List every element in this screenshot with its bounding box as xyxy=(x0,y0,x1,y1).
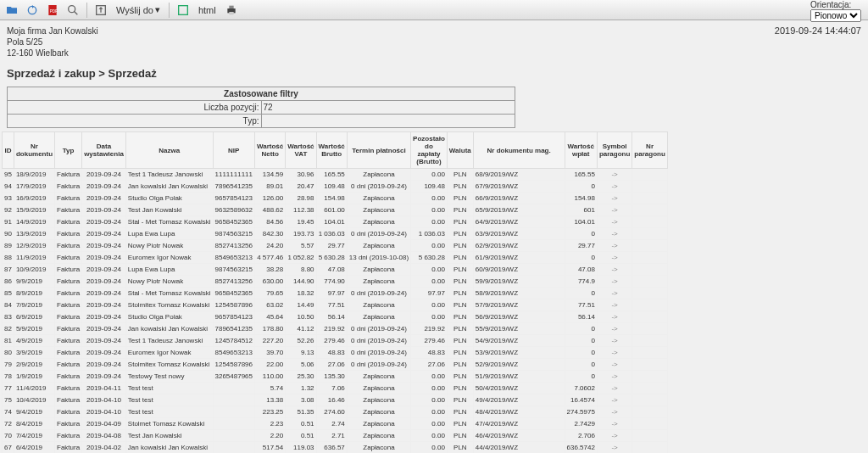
col-header[interactable]: Waluta xyxy=(447,132,473,169)
col-header[interactable]: Symbol paragonu xyxy=(597,132,632,169)
open-icon[interactable] xyxy=(3,2,20,19)
expand-arrow-icon[interactable]: -> xyxy=(597,323,632,335)
table-row[interactable]: 8710/9/2019Faktura2019-09-24Lupa Ewa Lup… xyxy=(3,264,668,276)
cell: 16.46 xyxy=(316,394,347,406)
cell: Faktura xyxy=(55,394,82,406)
col-header[interactable]: ID xyxy=(3,132,14,169)
expand-arrow-icon[interactable]: -> xyxy=(597,252,632,264)
expand-arrow-icon[interactable]: -> xyxy=(597,311,632,323)
orientation-select[interactable]: Pionowo xyxy=(810,9,861,22)
expand-arrow-icon[interactable]: -> xyxy=(597,430,632,442)
col-header[interactable]: Wartość VAT xyxy=(286,132,316,169)
expand-arrow-icon[interactable]: -> xyxy=(597,335,632,347)
table-row[interactable]: 847/9/2019Faktura2019-09-24Stolmitex Tom… xyxy=(3,299,668,311)
expand-arrow-icon[interactable]: -> xyxy=(597,442,632,454)
table-row[interactable]: 9316/9/2019Faktura2019-09-24Studio Olga … xyxy=(3,193,668,204)
table-row[interactable]: 9518/9/2019Faktura2019-09-24Test 1 Tadeu… xyxy=(3,169,668,181)
expand-arrow-icon[interactable]: -> xyxy=(597,169,632,181)
cell: 119.03 xyxy=(286,442,316,454)
expand-arrow-icon[interactable]: -> xyxy=(597,288,632,299)
table-row[interactable]: 8811/9/2019Faktura2019-09-24Euromex Igor… xyxy=(3,252,668,264)
cell: 154.98 xyxy=(316,193,347,204)
col-header[interactable]: Nazwa xyxy=(125,132,213,169)
cell: 0 xyxy=(565,252,597,264)
table-row[interactable]: 814/9/2019Faktura2019-09-24Test 1 Tadeus… xyxy=(3,335,668,347)
cell: 2019-09-24 xyxy=(82,169,126,181)
cell xyxy=(632,430,667,442)
table-row[interactable]: 825/9/2019Faktura2019-09-24Jan kowalski … xyxy=(3,323,668,335)
expand-arrow-icon[interactable]: -> xyxy=(597,264,632,276)
expand-arrow-icon[interactable]: -> xyxy=(597,181,632,193)
col-header[interactable]: Termin płatności xyxy=(347,132,410,169)
send-to-button[interactable]: Wyślij do ▾ xyxy=(113,4,164,15)
html-button[interactable]: html xyxy=(195,5,220,15)
col-header[interactable]: NIP xyxy=(213,132,255,169)
cell: 2019-09-24 xyxy=(82,347,126,359)
preview-icon[interactable] xyxy=(64,2,81,19)
expand-arrow-icon[interactable]: -> xyxy=(597,383,632,394)
pdf-icon[interactable]: PDF xyxy=(44,2,61,19)
col-header[interactable]: Pozostało do zapłaty (Brutto) xyxy=(411,132,448,169)
col-header[interactable]: Nr dokumentu mag. xyxy=(473,132,565,169)
cell: 56.14 xyxy=(565,311,597,323)
col-header[interactable]: Nr paragonu xyxy=(632,132,667,169)
cell: 126.00 xyxy=(255,193,286,204)
table-row[interactable]: 9215/9/2019Faktura2019-09-24Test Jan Kow… xyxy=(3,204,668,216)
cell: 2.7429 xyxy=(565,418,597,430)
cell: 0.00 xyxy=(411,442,448,454)
expand-arrow-icon[interactable]: -> xyxy=(597,204,632,216)
table-row[interactable]: 9013/9/2019Faktura2019-09-24Lupa Ewa Lup… xyxy=(3,228,668,240)
count-value: 72 xyxy=(261,101,515,115)
table-row[interactable]: 792/9/2019Faktura2019-09-24Stolmitex Tom… xyxy=(3,359,668,371)
table-row[interactable]: 728/4/2019Faktura2019-04-09Stolmet Tomas… xyxy=(3,418,668,430)
col-header[interactable]: Wartość wpłat xyxy=(565,132,597,169)
cell: 24.20 xyxy=(255,240,286,252)
cell: Zapłacona xyxy=(347,371,410,383)
cell: 0 dni (2019-09-24) xyxy=(347,347,410,359)
table-row[interactable]: 858/9/2019Faktura2019-09-24Stal - Met To… xyxy=(3,288,668,299)
expand-arrow-icon[interactable]: -> xyxy=(597,216,632,228)
cell: 219.92 xyxy=(316,323,347,335)
cell: 2019-04-10 xyxy=(82,406,126,418)
col-header[interactable]: Nr dokumentu xyxy=(14,132,54,169)
table-row[interactable]: 749/4/2019Faktura2019-04-10Test test223.… xyxy=(3,406,668,418)
cell: 488.62 xyxy=(255,204,286,216)
col-header[interactable]: Data wystawienia xyxy=(82,132,126,169)
html-icon[interactable] xyxy=(175,2,192,19)
cell: 134.59 xyxy=(255,169,286,181)
expand-arrow-icon[interactable]: -> xyxy=(597,394,632,406)
expand-arrow-icon[interactable]: -> xyxy=(597,228,632,240)
cell: 62/9/2019/WZ xyxy=(473,240,565,252)
print-icon[interactable] xyxy=(223,2,240,19)
table-row[interactable]: 707/4/2019Faktura2019-04-08Test Jan Kowa… xyxy=(3,430,668,442)
expand-arrow-icon[interactable]: -> xyxy=(597,299,632,311)
cell xyxy=(632,228,667,240)
table-row[interactable]: 803/9/2019Faktura2019-09-24Euromex Igor … xyxy=(3,347,668,359)
cell: 48/4/2019/WZ xyxy=(473,406,565,418)
cell xyxy=(632,216,667,228)
export-icon[interactable] xyxy=(92,2,109,19)
expand-arrow-icon[interactable]: -> xyxy=(597,276,632,288)
expand-arrow-icon[interactable]: -> xyxy=(597,193,632,204)
table-row[interactable]: 869/9/2019Faktura2019-09-24Nowy Piotr No… xyxy=(3,276,668,288)
table-row[interactable]: 676/4/2019Faktura2019-04-02Jan kowalski … xyxy=(3,442,668,454)
col-header[interactable]: Typ xyxy=(55,132,82,169)
expand-arrow-icon[interactable]: -> xyxy=(597,347,632,359)
cell xyxy=(632,193,667,204)
cell: 2.20 xyxy=(255,430,286,442)
expand-arrow-icon[interactable]: -> xyxy=(597,240,632,252)
expand-arrow-icon[interactable]: -> xyxy=(597,418,632,430)
expand-arrow-icon[interactable]: -> xyxy=(597,371,632,383)
table-row[interactable]: 836/9/2019Faktura2019-09-24Studio Olga P… xyxy=(3,311,668,323)
table-row[interactable]: 9417/9/2019Faktura2019-09-24Jan kowalski… xyxy=(3,181,668,193)
expand-arrow-icon[interactable]: -> xyxy=(597,359,632,371)
col-header[interactable]: Wartość Netto xyxy=(255,132,286,169)
table-row[interactable]: 9114/9/2019Faktura2019-09-24Stal - Met T… xyxy=(3,216,668,228)
table-row[interactable]: 7510/4/2019Faktura2019-04-10Test test13.… xyxy=(3,394,668,406)
col-header[interactable]: Wartość Brutto xyxy=(316,132,347,169)
table-row[interactable]: 7711/4/2019Faktura2019-04-11Test test5.7… xyxy=(3,383,668,394)
expand-arrow-icon[interactable]: -> xyxy=(597,406,632,418)
table-row[interactable]: 8912/9/2019Faktura2019-09-24Nowy Piotr N… xyxy=(3,240,668,252)
table-row[interactable]: 781/9/2019Faktura2019-09-24Testowy Test … xyxy=(3,371,668,383)
refresh-icon[interactable] xyxy=(24,2,41,19)
